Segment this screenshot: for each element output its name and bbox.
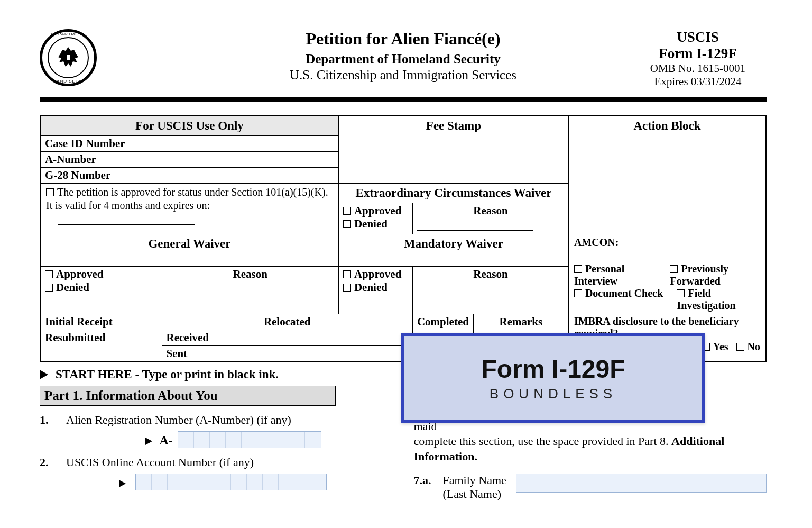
mw-denied-label: Denied — [354, 281, 387, 294]
imbra-no-checkbox[interactable] — [736, 343, 744, 351]
mw-approved-checkbox[interactable] — [343, 270, 351, 278]
question-2: 2. USCIS Online Account Number (if any) — [40, 456, 393, 490]
mw-header: Mandatory Waiver — [338, 234, 568, 267]
petition-approved-cell: The petition is approved for status unde… — [40, 184, 338, 234]
mw-reason-cell: Reason — [412, 266, 568, 314]
part1-title: Part 1. Information About You — [44, 388, 218, 403]
pf-label: Previously Forwarded — [670, 263, 728, 287]
a-number-label: A-Number — [40, 152, 338, 168]
gw-reason-cell: Reason — [162, 266, 338, 314]
question-7a: 7.a. Family Name (Last Name) — [414, 474, 767, 501]
gw-header: General Waiver — [40, 234, 338, 267]
part1-header: Part 1. Information About You — [40, 386, 336, 406]
expires: Expires 03/31/2024 — [629, 75, 767, 88]
gw-approved-checkbox[interactable] — [45, 270, 53, 278]
amcon-line[interactable] — [574, 250, 733, 259]
initial-receipt: Initial Receipt — [40, 314, 162, 330]
pf-checkbox[interactable] — [670, 265, 678, 273]
overlay-subtitle: BOUNDLESS — [490, 386, 617, 402]
triangle-icon — [40, 370, 48, 379]
g28-label: G-28 Number — [40, 168, 338, 184]
petition-text: The petition is approved for status unde… — [46, 186, 328, 211]
ecw-reason-label: Reason — [412, 203, 568, 219]
petition-expiry-line[interactable] — [58, 215, 195, 225]
q7a-label-group: Family Name (Last Name) — [443, 474, 512, 501]
q2-number: 2. — [40, 456, 66, 490]
a-prefix: A- — [160, 433, 173, 447]
form-page: DEPARTMENT LAND SECU Petition for Alien … — [40, 29, 767, 501]
pi-checkbox[interactable] — [574, 265, 582, 273]
q1-body: Alien Registration Number (A-Number) (if… — [66, 413, 321, 448]
boundless-overlay: Form I-129F BOUNDLESS — [401, 333, 705, 423]
left-column: Part 1. Information About You 1. Alien R… — [40, 386, 393, 501]
a-number-input[interactable] — [178, 431, 321, 448]
q2-body: USCIS Online Account Number (if any) — [66, 456, 327, 490]
q1-number: 1. — [40, 413, 66, 448]
form-number: Form I-129F — [629, 45, 767, 62]
q7a-label: Family Name — [443, 474, 512, 487]
ecw-reason-line[interactable] — [417, 221, 533, 231]
gw-reason-label: Reason — [233, 268, 267, 280]
omb-number: OMB No. 1615-0001 — [629, 62, 767, 75]
triangle-icon — [119, 480, 126, 487]
start-here-text: START HERE - Type or print in black ink. — [56, 368, 279, 381]
q7a-sublabel: (Last Name) — [443, 487, 512, 501]
gw-denied-checkbox[interactable] — [45, 284, 53, 292]
completed: Completed — [412, 314, 473, 330]
q2-label: USCIS Online Account Number (if any) — [66, 456, 327, 469]
resubmitted: Resubmitted — [40, 330, 162, 362]
form-header: DEPARTMENT LAND SECU Petition for Alien … — [40, 29, 767, 92]
gw-approved-label: Approved — [56, 268, 103, 280]
ecw-approved-label: Approved — [354, 204, 401, 217]
imbra-no: No — [748, 341, 760, 352]
amcon-cell: AMCON: Personal Interview Previously For… — [568, 234, 766, 314]
family-name-input[interactable] — [516, 474, 767, 493]
mw-reason-line[interactable] — [432, 283, 549, 292]
header-right: USCIS Form I-129F OMB No. 1615-0001 Expi… — [629, 29, 767, 88]
action-block-header: Action Block — [568, 116, 766, 234]
fee-stamp-header: Fee Stamp — [338, 116, 568, 184]
mw-reason-label: Reason — [473, 268, 508, 280]
uscis-account-input[interactable] — [135, 474, 327, 490]
dc-checkbox[interactable] — [574, 289, 582, 297]
petition-checkbox[interactable] — [46, 188, 54, 196]
gw-reason-line[interactable] — [208, 283, 292, 292]
ecw-header: Extraordinary Circumstances Waiver — [338, 184, 568, 203]
triangle-icon — [145, 438, 152, 445]
amcon-label: AMCON: — [574, 236, 619, 248]
received: Received — [162, 330, 412, 346]
fi-label: Field Investigation — [677, 287, 735, 311]
ecw-status: Approved Denied — [338, 203, 412, 234]
ecw-denied-label: Denied — [354, 217, 387, 230]
uscis-label: USCIS — [629, 29, 767, 45]
q7a-number: 7.a. — [414, 474, 443, 487]
fi-checkbox[interactable] — [677, 289, 685, 297]
sent: Sent — [162, 346, 412, 362]
question-1: 1. Alien Registration Number (A-Number) … — [40, 413, 393, 448]
overlay-title: Form I-129F — [481, 354, 625, 384]
q1-label: Alien Registration Number (A-Number) (if… — [66, 413, 321, 427]
for-uscis-header: For USCIS Use Only — [40, 116, 338, 136]
ecw-approved-checkbox[interactable] — [343, 207, 351, 215]
imbra-yes: Yes — [713, 341, 728, 352]
mw-denied-checkbox[interactable] — [343, 284, 351, 292]
dc-label: Document Check — [585, 287, 663, 299]
relocated: Relocated — [162, 314, 412, 330]
gw-status: Approved Denied — [40, 266, 162, 314]
case-id-label: Case ID Number — [40, 136, 338, 152]
header-divider — [40, 97, 767, 102]
ecw-denied-checkbox[interactable] — [343, 220, 351, 228]
complete-text: complete this section, use the space pro… — [414, 434, 669, 448]
mw-status: Approved Denied — [338, 266, 412, 314]
mw-approved-label: Approved — [354, 268, 401, 280]
uscis-use-table: For USCIS Use Only Fee Stamp Action Bloc… — [40, 115, 767, 362]
gw-denied-label: Denied — [56, 281, 89, 294]
